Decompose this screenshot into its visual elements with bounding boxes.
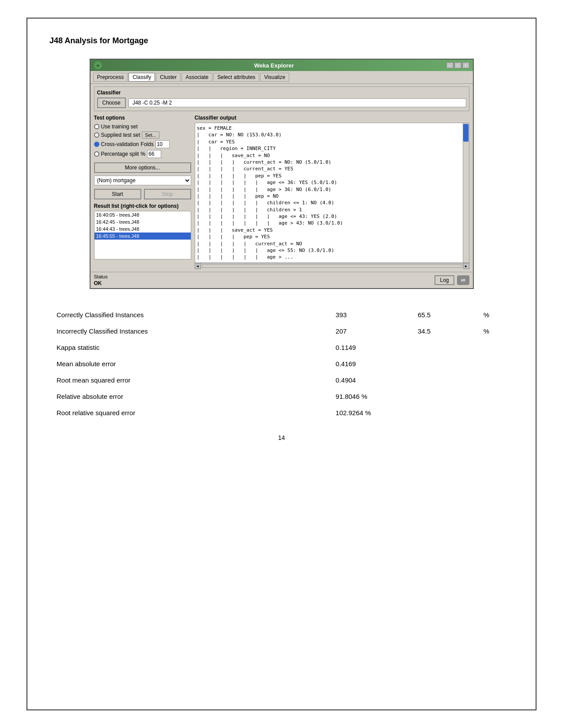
stat-label-1: Incorrectly Classified Instances bbox=[49, 323, 329, 339]
stat-value1-6: 102.9264 % bbox=[329, 405, 411, 421]
stat-value2-0: 65.5 bbox=[411, 307, 476, 323]
classifier-output-area: Classifier output sex = FEMALE | car = N… bbox=[195, 115, 469, 269]
set-button[interactable]: Set... bbox=[142, 131, 159, 139]
weka-menubar: Preprocess Classify Cluster Associate Se… bbox=[91, 71, 473, 84]
stat-value1-4: 0.4904 bbox=[329, 372, 411, 388]
attribute-dropdown[interactable]: (Nom) mortgage bbox=[94, 176, 191, 185]
result-list-label: Result list (right-click for options) bbox=[94, 203, 191, 209]
stat-unit-5 bbox=[476, 388, 514, 405]
page-title: J48 Analysis for Mortgage bbox=[49, 36, 514, 45]
test-options-heading: Test options bbox=[94, 115, 191, 121]
horizontal-scrollbar[interactable]: ◄ ► bbox=[195, 263, 469, 269]
stat-label-0: Correctly Classified Instances bbox=[49, 307, 329, 323]
stat-row-0: Correctly Classified Instances 393 65.5 … bbox=[49, 307, 514, 323]
status-label: Status bbox=[94, 274, 108, 279]
status-bar: Status OK Log x0 bbox=[91, 272, 473, 288]
tab-select-attributes[interactable]: Select attributes bbox=[213, 73, 259, 82]
status-ok-label: Status OK bbox=[94, 274, 108, 286]
radio-use-training-set-label: Use training set bbox=[101, 124, 138, 130]
tab-classify[interactable]: Classify bbox=[128, 73, 155, 82]
percentage-input[interactable] bbox=[147, 150, 161, 158]
tab-preprocess[interactable]: Preprocess bbox=[93, 73, 128, 82]
weka-window: ● Weka Explorer – □ × Preprocess Classif… bbox=[90, 59, 474, 289]
weka-window-title: Weka Explorer bbox=[102, 62, 446, 69]
stat-row-2: Kappa statistic 0.1149 bbox=[49, 339, 514, 356]
radio-percentage-split[interactable]: Percentage split % bbox=[94, 150, 191, 158]
tab-associate[interactable]: Associate bbox=[181, 73, 212, 82]
radio-supplied-test-set-circle bbox=[94, 132, 99, 138]
log-button[interactable]: Log bbox=[435, 275, 454, 285]
weka-icon: ● bbox=[94, 61, 102, 69]
status-ok-text: OK bbox=[94, 280, 102, 286]
folds-label: Folds bbox=[141, 141, 154, 147]
output-text-area: sex = FEMALE | car = NO: NO (153.0/43.0)… bbox=[195, 123, 469, 263]
stat-row-1: Incorrectly Classified Instances 207 34.… bbox=[49, 323, 514, 339]
radio-cross-validation-label: Cross-validation bbox=[101, 141, 139, 147]
stat-value2-6 bbox=[411, 405, 476, 421]
result-item-2[interactable]: 16:44:43 - trees.J48 bbox=[94, 225, 191, 233]
stat-value1-3: 0.4169 bbox=[329, 356, 411, 372]
stat-value2-4 bbox=[411, 372, 476, 388]
stat-value1-5: 91.8046 % bbox=[329, 388, 411, 405]
page-number: 14 bbox=[49, 434, 514, 441]
pct-symbol: % bbox=[141, 151, 146, 157]
classifier-section: Classifier Choose J48 -C 0.25 -M 2 bbox=[94, 86, 469, 111]
stat-row-6: Root relative squared error 102.9264 % bbox=[49, 405, 514, 421]
status-right: Log x0 bbox=[435, 275, 469, 285]
choose-button[interactable]: Choose bbox=[97, 98, 126, 108]
weka-bird-label: x0 bbox=[461, 278, 465, 282]
radio-cross-validation[interactable]: Cross-validation Folds bbox=[94, 140, 191, 148]
vertical-scrollbar[interactable] bbox=[463, 123, 469, 263]
radio-use-training-set[interactable]: Use training set bbox=[94, 124, 191, 130]
stat-unit-6 bbox=[476, 405, 514, 421]
stat-unit-1: % bbox=[476, 323, 514, 339]
stat-value1-0: 393 bbox=[329, 307, 411, 323]
tab-visualize[interactable]: Visualize bbox=[260, 73, 289, 82]
hscroll-right-arrow[interactable]: ► bbox=[463, 263, 469, 269]
stat-value1-1: 207 bbox=[329, 323, 411, 339]
stat-value2-1: 34.5 bbox=[411, 323, 476, 339]
test-options-panel: Test options Use training set Supplied t… bbox=[94, 115, 191, 269]
output-heading: Classifier output bbox=[195, 115, 469, 121]
statistics-table: Correctly Classified Instances 393 65.5 … bbox=[49, 307, 514, 421]
stat-unit-2 bbox=[476, 339, 514, 356]
more-options-button[interactable]: More options... bbox=[94, 162, 191, 173]
radio-use-training-set-circle bbox=[94, 124, 99, 129]
close-button[interactable]: × bbox=[462, 62, 469, 68]
result-item-3-selected[interactable]: 16:45:55 - trees.J48 bbox=[94, 233, 191, 240]
start-stop-row: Start Stop bbox=[94, 189, 191, 199]
tab-cluster[interactable]: Cluster bbox=[156, 73, 181, 82]
result-item-0[interactable]: 16:40:05 - trees.J48 bbox=[94, 211, 191, 218]
stat-label-2: Kappa statistic bbox=[49, 339, 329, 356]
stat-value2-5 bbox=[411, 388, 476, 405]
result-list[interactable]: 16:40:05 - trees.J48 16:42:45 - trees.J4… bbox=[94, 211, 191, 259]
folds-input[interactable] bbox=[155, 140, 170, 148]
outer-border: J48 Analysis for Mortgage ● Weka Explore… bbox=[26, 18, 537, 710]
stat-row-5: Relative absolute error 91.8046 % bbox=[49, 388, 514, 405]
start-button[interactable]: Start bbox=[94, 189, 141, 199]
output-pre: sex = FEMALE | car = NO: NO (153.0/43.0)… bbox=[197, 125, 467, 261]
stat-value2-2 bbox=[411, 339, 476, 356]
weka-titlebar: ● Weka Explorer – □ × bbox=[91, 60, 473, 71]
stat-label-3: Mean absolute error bbox=[49, 356, 329, 372]
stat-row-4: Root mean squared error 0.4904 bbox=[49, 372, 514, 388]
stop-button[interactable]: Stop bbox=[144, 189, 191, 199]
stat-label-6: Root relative squared error bbox=[49, 405, 329, 421]
radio-percentage-split-label: Percentage split bbox=[101, 151, 139, 157]
radio-supplied-test-set[interactable]: Supplied test set Set... bbox=[94, 131, 191, 139]
classifier-label: Classifier bbox=[97, 90, 466, 96]
stat-unit-3 bbox=[476, 356, 514, 372]
stat-unit-4 bbox=[476, 372, 514, 388]
hscroll-left-arrow[interactable]: ◄ bbox=[195, 263, 201, 269]
result-item-1[interactable]: 16:42:45 - trees.J48 bbox=[94, 218, 191, 225]
radio-percentage-split-circle bbox=[94, 151, 99, 157]
radio-supplied-test-set-label: Supplied test set bbox=[101, 132, 140, 138]
classifier-row: Choose J48 -C 0.25 -M 2 bbox=[97, 98, 466, 108]
minimize-button[interactable]: – bbox=[446, 62, 453, 68]
weka-bird-icon: x0 bbox=[457, 275, 469, 285]
main-content: Test options Use training set Supplied t… bbox=[94, 115, 469, 269]
radio-cross-validation-circle bbox=[94, 142, 99, 147]
maximize-button[interactable]: □ bbox=[454, 62, 461, 68]
weka-body: Classifier Choose J48 -C 0.25 -M 2 Test … bbox=[91, 84, 473, 272]
stat-label-5: Relative absolute error bbox=[49, 388, 329, 405]
